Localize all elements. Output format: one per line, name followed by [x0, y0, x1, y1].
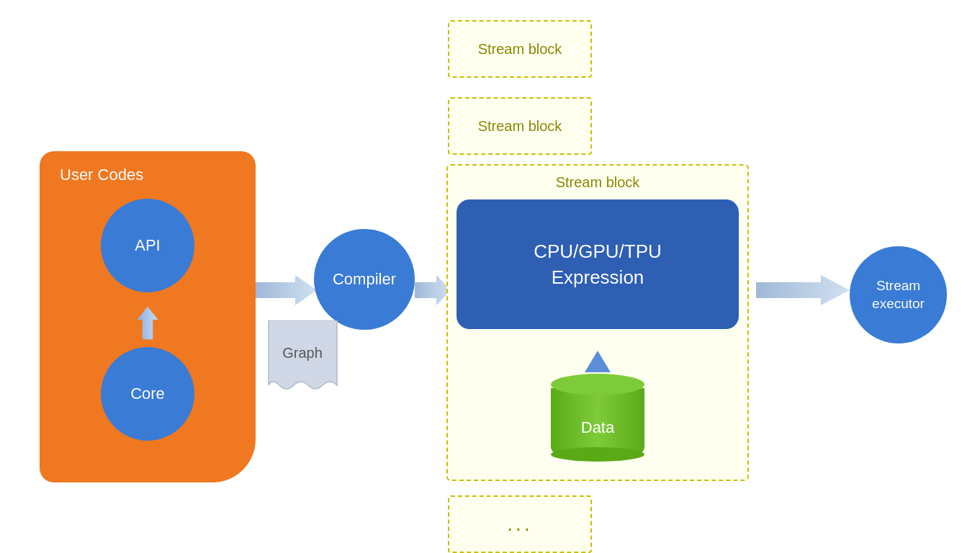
svg-marker-4 — [756, 275, 850, 305]
user-codes-box: User Codes API Core — [40, 151, 256, 482]
diagram-container: User Codes API Core — [0, 0, 980, 553]
compiler-circle: Compiler — [314, 229, 415, 330]
cpu-expression-box: CPU/GPU/TPU Expression — [457, 199, 739, 329]
core-circle: Core — [101, 347, 194, 441]
svg-marker-1 — [256, 275, 317, 305]
user-codes-label: User Codes — [60, 166, 143, 184]
arrow-stream-executor — [756, 272, 850, 311]
data-cylinder-wrapper: Data — [457, 351, 739, 462]
stream-block-more: ... — [448, 495, 592, 553]
svg-marker-0 — [137, 307, 158, 339]
stream-block-2: Stream block — [448, 97, 592, 155]
stream-block-3-title: Stream block — [457, 174, 739, 191]
stream-block-1: Stream block — [448, 20, 592, 78]
stream-executor-circle: Stream executor — [850, 246, 947, 343]
stream-block-3: Stream block CPU/GPU/TPU Expression Data — [446, 164, 749, 481]
arrow-usercodes-compiler — [256, 272, 317, 311]
svg-text:Graph: Graph — [282, 345, 323, 361]
up-arrow-icon — [133, 305, 162, 341]
arrow-compiler-stream — [415, 272, 451, 311]
svg-marker-3 — [415, 275, 451, 305]
data-up-arrow-icon — [585, 351, 611, 372]
graph-shape: Graph — [265, 320, 341, 406]
api-circle: API — [101, 199, 194, 292]
data-cylinder: Data — [551, 374, 644, 462]
